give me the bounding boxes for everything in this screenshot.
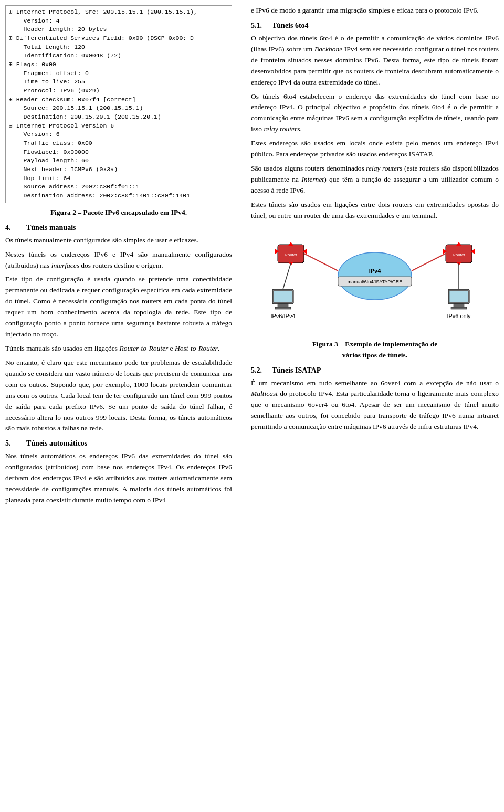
svg-rect-12 <box>278 304 288 307</box>
section4-para3: Este tipo de configuração é usada quando… <box>5 274 232 340</box>
subsection52-title: Túneis ISATAP <box>272 366 321 375</box>
svg-rect-13 <box>275 307 291 309</box>
section5-para1: Nos túneis automáticos os endereços IPv6… <box>5 451 232 506</box>
svg-text:Router: Router <box>285 252 297 257</box>
subsection52-num: 5.2. <box>251 366 266 375</box>
svg-text:IPv4: IPv4 <box>369 268 382 274</box>
section4-para1: Os túneis manualmente configurados são s… <box>5 235 232 246</box>
right-column: e IPv6 de modo a garantir uma migração s… <box>242 0 504 812</box>
subsection51-para2: Os túneis 6to4 estabelecem o endereço da… <box>251 91 499 135</box>
svg-rect-22 <box>454 304 464 307</box>
subsection51-para1: O objectivo dos túneis 6to4 é o de permi… <box>251 33 499 88</box>
svg-text:IPv6/IPv4: IPv6/IPv4 <box>270 313 295 319</box>
svg-rect-24 <box>449 291 468 302</box>
figure2-caption: Figura 2 – Pacote IPv6 encapsulado em IP… <box>5 207 232 218</box>
subsection51-title: Túneis 6to4 <box>272 22 309 30</box>
svg-text:manual/6to4/ISATAP/GRE: manual/6to4/ISATAP/GRE <box>348 279 403 284</box>
code-block: ⊞ Internet Protocol, Src: 200.15.15.1 (2… <box>5 5 232 203</box>
svg-rect-14 <box>274 291 292 302</box>
subsection51-header: 5.1. Túneis 6to4 <box>251 22 499 30</box>
svg-rect-23 <box>451 307 467 309</box>
svg-text:IPv6 only: IPv6 only <box>447 313 471 319</box>
right-intro: e IPv6 de modo a garantir uma migração s… <box>251 5 499 16</box>
section5-header: 5. Túneis automáticos <box>5 439 232 448</box>
section4-para2: Nestes túneis os endereços IPv6 e IPv4 s… <box>5 249 232 271</box>
subsection51-para3: Estes endereços são usados em locais ond… <box>251 138 499 160</box>
section4-num: 4. <box>5 224 20 232</box>
subsection52-header: 5.2. Túneis ISATAP <box>251 366 499 375</box>
subsection51-num: 5.1. <box>251 22 266 30</box>
subsection51-para4: São usados alguns routers denominados re… <box>251 163 499 196</box>
section5-title: Túneis automáticos <box>26 439 87 448</box>
page: ⊞ Internet Protocol, Src: 200.15.15.1 (2… <box>0 0 504 812</box>
svg-point-1 <box>338 252 412 300</box>
section4-para5: No entanto, é claro que este mecanismo p… <box>5 357 232 434</box>
figure3-caption: Figura 3 – Exemplo de implementação de v… <box>251 339 499 361</box>
section5-num: 5. <box>5 439 20 448</box>
section4-title: Túneis manuais <box>26 224 76 232</box>
figure3-svg: IPv4 manual/6to4/ISATAP/GRE Router <box>262 229 488 334</box>
svg-text:Router: Router <box>453 252 465 257</box>
left-column: ⊞ Internet Protocol, Src: 200.15.15.1 (2… <box>0 0 242 812</box>
subsection52-para1: É um mecanismo em tudo semelhante ao 6ov… <box>251 378 499 433</box>
section4-para4: Túneis manuais são usados em ligações Ro… <box>5 343 232 354</box>
section4-header: 4. Túneis manuais <box>5 224 232 232</box>
figure3-container: IPv4 manual/6to4/ISATAP/GRE Router <box>251 229 499 361</box>
subsection51-para5: Estes túneis são usados em ligações entr… <box>251 199 499 222</box>
